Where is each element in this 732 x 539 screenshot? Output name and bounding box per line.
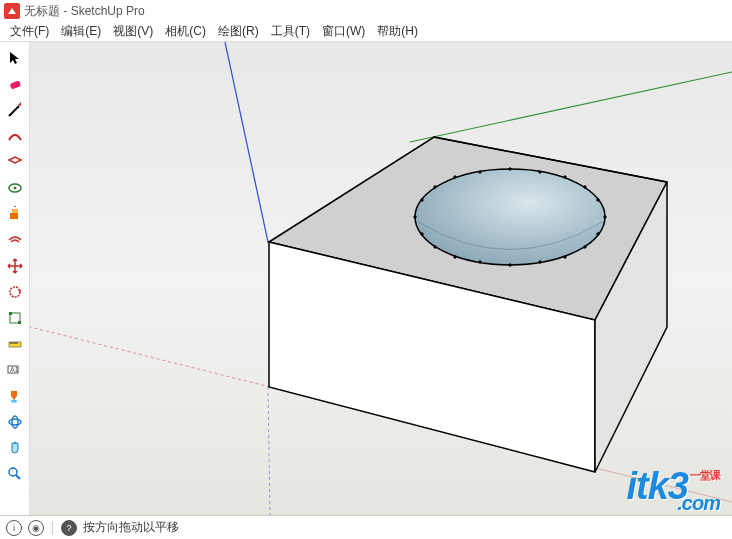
svg-text:A1: A1 bbox=[10, 366, 19, 373]
line-tool[interactable] bbox=[3, 98, 27, 122]
help-icon[interactable]: ? bbox=[61, 520, 77, 536]
svg-marker-0 bbox=[8, 8, 16, 14]
svg-point-36 bbox=[479, 171, 481, 173]
svg-point-43 bbox=[597, 233, 599, 235]
svg-point-38 bbox=[539, 171, 541, 173]
svg-point-3 bbox=[13, 187, 16, 190]
menu-view[interactable]: 视图(V) bbox=[107, 21, 159, 42]
svg-point-49 bbox=[454, 256, 456, 258]
svg-point-50 bbox=[434, 246, 436, 248]
workspace: A1 bbox=[0, 42, 732, 515]
svg-line-21 bbox=[225, 42, 268, 242]
viewport-3d[interactable] bbox=[30, 42, 732, 515]
arc-tool[interactable] bbox=[3, 124, 27, 148]
rotate-tool[interactable] bbox=[3, 280, 27, 304]
divider bbox=[52, 521, 53, 535]
svg-point-37 bbox=[509, 168, 511, 170]
title-bar: 无标题 - SketchUp Pro bbox=[0, 0, 732, 22]
svg-point-39 bbox=[564, 176, 566, 178]
paint-tool[interactable] bbox=[3, 384, 27, 408]
svg-point-48 bbox=[479, 261, 481, 263]
circle-tool[interactable] bbox=[3, 176, 27, 200]
status-bar: i ◉ ? 按方向拖动以平移 bbox=[0, 515, 732, 539]
toolbar: A1 bbox=[0, 42, 30, 515]
scale-tool[interactable] bbox=[3, 306, 27, 330]
pushpull-tool[interactable] bbox=[3, 202, 27, 226]
status-hint: 按方向拖动以平移 bbox=[83, 519, 179, 536]
orbit-tool[interactable] bbox=[3, 410, 27, 434]
svg-rect-1 bbox=[9, 80, 20, 89]
text-tool[interactable]: A1 bbox=[3, 358, 27, 382]
app-icon bbox=[4, 3, 20, 19]
svg-line-25 bbox=[30, 327, 270, 387]
info-icon[interactable]: i bbox=[6, 520, 22, 536]
svg-point-33 bbox=[421, 199, 423, 201]
menu-file[interactable]: 文件(F) bbox=[4, 21, 55, 42]
svg-point-42 bbox=[604, 216, 606, 218]
svg-point-46 bbox=[539, 261, 541, 263]
menu-edit[interactable]: 编辑(E) bbox=[55, 21, 107, 42]
svg-line-20 bbox=[16, 475, 20, 479]
person-icon[interactable]: ◉ bbox=[28, 520, 44, 536]
svg-point-44 bbox=[584, 246, 586, 248]
svg-point-35 bbox=[454, 176, 456, 178]
menu-bar: 文件(F) 编辑(E) 视图(V) 相机(C) 绘图(R) 工具(T) 窗口(W… bbox=[0, 22, 732, 42]
menu-help[interactable]: 帮助(H) bbox=[371, 21, 424, 42]
svg-point-34 bbox=[434, 186, 436, 188]
menu-tools[interactable]: 工具(T) bbox=[265, 21, 316, 42]
svg-point-17 bbox=[9, 419, 21, 425]
move-tool[interactable] bbox=[3, 254, 27, 278]
svg-point-47 bbox=[509, 264, 511, 266]
svg-point-40 bbox=[584, 186, 586, 188]
svg-line-22 bbox=[268, 387, 270, 515]
tape-tool[interactable] bbox=[3, 332, 27, 356]
svg-rect-7 bbox=[9, 312, 12, 315]
menu-draw[interactable]: 绘图(R) bbox=[212, 21, 265, 42]
window-title: 无标题 - SketchUp Pro bbox=[24, 3, 145, 20]
svg-point-45 bbox=[564, 256, 566, 258]
eraser-tool[interactable] bbox=[3, 72, 27, 96]
svg-rect-8 bbox=[18, 321, 21, 324]
svg-point-16 bbox=[11, 400, 17, 403]
svg-point-18 bbox=[12, 416, 18, 428]
svg-point-5 bbox=[10, 287, 20, 297]
menu-camera[interactable]: 相机(C) bbox=[159, 21, 212, 42]
pan-tool[interactable] bbox=[3, 436, 27, 460]
select-tool[interactable] bbox=[3, 46, 27, 70]
svg-point-19 bbox=[9, 468, 17, 476]
svg-point-31 bbox=[415, 169, 605, 265]
svg-point-41 bbox=[597, 199, 599, 201]
svg-rect-4 bbox=[10, 213, 18, 219]
svg-point-51 bbox=[421, 233, 423, 235]
offset-tool[interactable] bbox=[3, 228, 27, 252]
svg-line-24 bbox=[410, 72, 732, 142]
svg-point-32 bbox=[414, 216, 416, 218]
zoom-tool[interactable] bbox=[3, 462, 27, 486]
rectangle-tool[interactable] bbox=[3, 150, 27, 174]
menu-window[interactable]: 窗口(W) bbox=[316, 21, 371, 42]
